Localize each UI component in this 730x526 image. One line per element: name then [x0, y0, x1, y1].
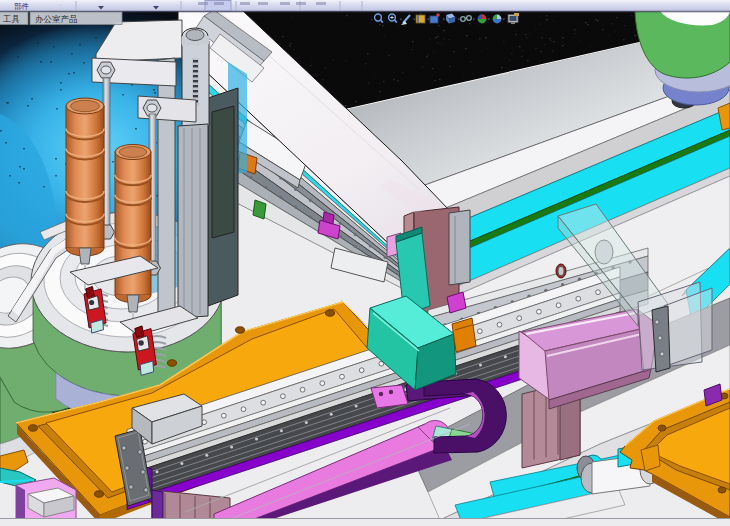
svg-text:工具: 工具: [2, 14, 20, 24]
svg-text:办公室产品: 办公室产品: [35, 14, 78, 24]
svg-text:,: ,: [60, 1, 61, 6]
svg-text:部件: 部件: [14, 2, 30, 11]
